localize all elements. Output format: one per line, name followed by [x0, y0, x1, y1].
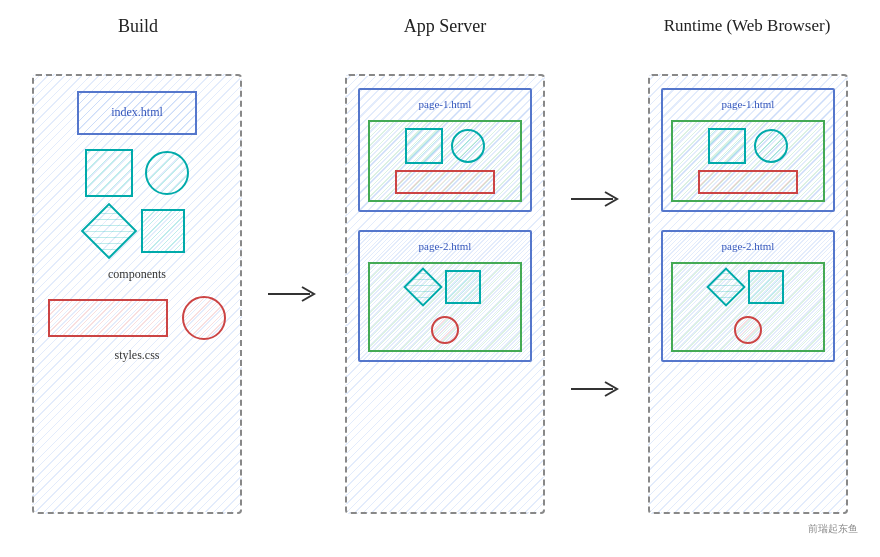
runtime-page1-title: page-1.html — [671, 98, 825, 110]
teal-diamond-1 — [81, 202, 138, 259]
server-p1-sq — [405, 128, 443, 164]
server-p1-circle — [451, 129, 485, 163]
server-page1-card: page-1.html — [358, 88, 532, 212]
arrow-build-to-server — [266, 283, 321, 305]
teal-circle-1 — [145, 151, 189, 195]
server-p2-red-circle — [431, 316, 459, 344]
styles-label: styles.css — [115, 348, 160, 363]
server-title: App Server — [404, 16, 486, 36]
index-label: index.html — [111, 105, 163, 120]
runtime-page2-card: page-2.html — [661, 230, 835, 362]
components-section: components — [85, 149, 189, 282]
server-section: page-1.html page-2.html — [345, 74, 545, 514]
runtime-p2-sq — [748, 270, 784, 304]
red-rect-build — [48, 299, 168, 337]
runtime-title: Runtime (Web Browser) — [664, 16, 831, 35]
red-circle-build — [182, 296, 226, 340]
runtime-p2-diamond — [706, 267, 746, 307]
server-page2-title: page-2.html — [368, 240, 522, 252]
runtime-p1-circle — [754, 129, 788, 163]
server-p2-diamond — [403, 267, 443, 307]
runtime-page2-inner — [671, 262, 825, 352]
server-page2-inner — [368, 262, 522, 352]
teal-square-sm-1 — [141, 209, 185, 253]
server-page2-card: page-2.html — [358, 230, 532, 362]
build-section: index.html components — [32, 74, 242, 514]
runtime-p1-sq — [708, 128, 746, 164]
components-label: components — [108, 267, 166, 282]
runtime-page2-title: page-2.html — [671, 240, 825, 252]
runtime-page1-inner — [671, 120, 825, 202]
arrow-svg-2 — [569, 188, 624, 210]
arrow-svg-1 — [266, 283, 321, 305]
index-box: index.html — [77, 91, 197, 135]
diagram: Build App Server Runtime (Web Browser) i… — [10, 14, 870, 544]
arrows-server-to-runtime — [569, 104, 624, 484]
server-p2-sq — [445, 270, 481, 304]
runtime-page1-card: page-1.html — [661, 88, 835, 212]
server-page1-inner — [368, 120, 522, 202]
teal-square-1 — [85, 149, 133, 197]
runtime-p1-red-rect — [698, 170, 798, 194]
watermark: 前瑞起东鱼 — [808, 522, 858, 536]
runtime-p2-red-circle — [734, 316, 762, 344]
server-page1-title: page-1.html — [368, 98, 522, 110]
server-p1-red-rect — [395, 170, 495, 194]
runtime-section: page-1.html page-2.html — [648, 74, 848, 514]
build-title: Build — [118, 16, 158, 36]
arrow-svg-3 — [569, 378, 624, 400]
